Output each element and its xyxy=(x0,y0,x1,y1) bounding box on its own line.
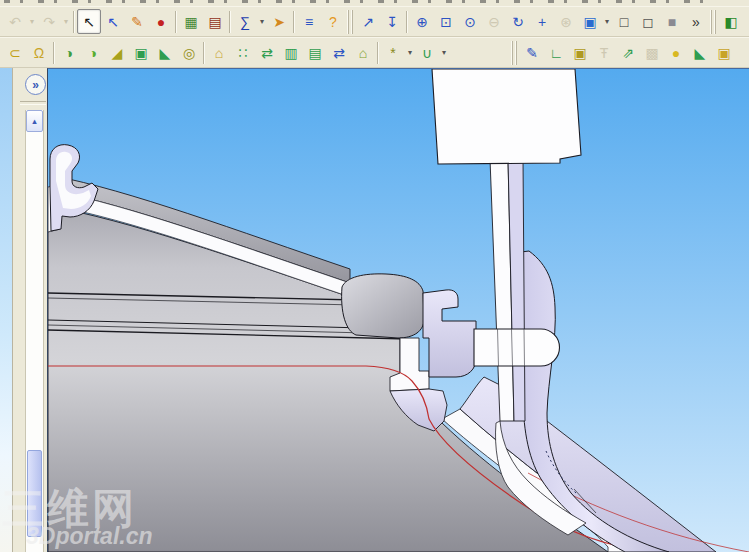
fly-zoom-icon: ↗ xyxy=(362,15,374,29)
mirror-icon[interactable]: ⇄ xyxy=(255,40,279,65)
zoom-scale-icon[interactable]: ⊙ xyxy=(458,9,482,34)
top-plate[interactable] xyxy=(432,69,581,164)
iso-view-icon[interactable]: ▣ xyxy=(578,9,602,34)
panel-scrollbar[interactable]: ▴ xyxy=(25,110,44,552)
shaded-view-icon[interactable]: ■ xyxy=(660,9,684,34)
panel-expand-button[interactable]: » xyxy=(25,74,46,95)
zoom-box-icon[interactable]: ⊡ xyxy=(434,9,458,34)
partial-edge-icon[interactable]: ◧ xyxy=(719,9,743,34)
text-disabled-icon[interactable]: Ŧ xyxy=(592,40,616,65)
sketch-curve-icon: ✎ xyxy=(131,15,143,29)
box-in-box-icon[interactable]: ▣ xyxy=(712,40,736,65)
clamp-partial-icon[interactable]: ⊂ xyxy=(3,40,27,65)
help-icon[interactable]: ? xyxy=(321,9,345,34)
boss-bell-icon[interactable]: Ω xyxy=(27,40,51,65)
cube-disabled-icon[interactable]: ▩ xyxy=(640,40,664,65)
sew-icon[interactable]: * xyxy=(381,40,405,65)
undo-icon[interactable]: ↶ xyxy=(3,9,27,34)
spline-icon[interactable]: ∪ xyxy=(415,40,439,65)
refresh-bird-icon: ➤ xyxy=(273,15,285,29)
wedge-icon[interactable]: ◣ xyxy=(153,40,177,65)
copy-panels-icon[interactable]: ▤ xyxy=(303,40,327,65)
toolbar-sep xyxy=(293,11,295,33)
cube-disabled-icon: ▩ xyxy=(645,46,658,60)
rim-dome xyxy=(342,274,424,338)
copy-panels-icon: ▤ xyxy=(308,46,321,60)
toolbar-sep xyxy=(229,11,231,33)
fly-zoom-icon[interactable]: ↗ xyxy=(356,9,380,34)
wedge-icon: ◣ xyxy=(160,46,171,60)
spline-dropdown[interactable]: ▾ xyxy=(439,41,449,64)
emboss-icon: ▣ xyxy=(134,46,147,60)
blob-icon: ● xyxy=(672,46,680,60)
emboss-icon[interactable]: ▣ xyxy=(129,40,153,65)
pan-view-icon[interactable]: + xyxy=(530,9,554,34)
sketch-3d-icon[interactable]: ✎ xyxy=(520,40,544,65)
orient-view-icon[interactable]: ↧ xyxy=(380,9,404,34)
offset-target-icon[interactable]: ◎ xyxy=(177,40,201,65)
sew-dropdown[interactable]: ▾ xyxy=(405,41,415,64)
main-area: » ▴ xyxy=(0,68,749,552)
redo-icon[interactable]: ↷ xyxy=(37,9,61,34)
pattern-icon[interactable]: ∷ xyxy=(231,40,255,65)
toolbar-grip xyxy=(347,10,354,34)
face-blend-icon[interactable]: ◑ xyxy=(81,40,105,65)
rotate-view-icon: ↻ xyxy=(512,15,524,29)
info-list-icon[interactable]: ≡ xyxy=(297,9,321,34)
text-disabled-icon: Ŧ xyxy=(600,46,609,60)
brick-texture-icon[interactable]: ▤ xyxy=(203,9,227,34)
toolbar-sep xyxy=(53,42,55,64)
sketch-curve-icon[interactable]: ✎ xyxy=(125,9,149,34)
shell-icon[interactable]: ⌂ xyxy=(207,40,231,65)
measure-dropdown[interactable]: ▾ xyxy=(257,10,267,33)
scroll-up-button[interactable]: ▴ xyxy=(26,110,43,132)
zoom-in-out-icon[interactable]: ⊕ xyxy=(410,9,434,34)
zoom-box-icon: ⊡ xyxy=(440,15,452,29)
color-palette-icon: ▦ xyxy=(184,15,197,29)
selection-filter-icon[interactable]: ↖ xyxy=(101,9,125,34)
toolbar-overflow-button: » xyxy=(692,15,700,29)
home-shell-icon[interactable]: ⌂ xyxy=(351,40,375,65)
toolbar-overflow-button[interactable]: » xyxy=(684,9,708,34)
swap-arrows-icon: ⇄ xyxy=(333,46,345,60)
refresh-bird-icon[interactable]: ➤ xyxy=(267,9,291,34)
resource-bar-panel: » ▴ xyxy=(0,68,47,552)
undo-dropdown[interactable]: ▾ xyxy=(27,10,37,33)
rim-step-block xyxy=(423,290,476,377)
group-panels-icon[interactable]: ▥ xyxy=(279,40,303,65)
zoom-disabled-icon[interactable]: ⊖ xyxy=(482,9,506,34)
chamfer-icon[interactable]: ◢ xyxy=(105,40,129,65)
traffic-light-icon[interactable]: ● xyxy=(149,9,173,34)
scroll-thumb[interactable] xyxy=(27,450,42,537)
toolbar-sep xyxy=(203,42,205,64)
toolbar-sep xyxy=(406,11,408,33)
offset-target-icon: ◎ xyxy=(183,46,195,60)
blob-icon[interactable]: ● xyxy=(664,40,688,65)
wireframe-view-icon[interactable]: □ xyxy=(612,9,636,34)
graphics-viewport[interactable] xyxy=(47,68,749,552)
boxed-point-icon[interactable]: ▣ xyxy=(568,40,592,65)
rotate-view-icon[interactable]: ↻ xyxy=(506,9,530,34)
edge-blend-icon[interactable]: ◑ xyxy=(57,40,81,65)
face-blend-icon: ◑ xyxy=(89,46,97,60)
toolbar-sep xyxy=(73,11,75,33)
view-style-dropdown[interactable]: ▾ xyxy=(602,10,612,33)
shaded-view-icon: ■ xyxy=(668,15,676,29)
extrude-icon[interactable]: ⇗ xyxy=(616,40,640,65)
draft-ramp-icon[interactable]: ◣ xyxy=(688,40,712,65)
swap-arrows-icon[interactable]: ⇄ xyxy=(327,40,351,65)
color-palette-icon[interactable]: ▦ xyxy=(179,9,203,34)
model-section-view[interactable] xyxy=(48,69,749,552)
info-list-icon: ≡ xyxy=(305,15,313,29)
latch-pin[interactable] xyxy=(474,329,560,366)
hidden-line-view-icon[interactable]: ◻ xyxy=(636,9,660,34)
zoom-in-out-icon: ⊕ xyxy=(416,15,428,29)
measure-icon[interactable]: ∑ xyxy=(233,9,257,34)
group-panels-icon: ▥ xyxy=(284,46,297,60)
datum-plane-icon[interactable]: ∟ xyxy=(544,40,568,65)
redo-dropdown[interactable]: ▾ xyxy=(61,10,71,33)
resource-bar-strip[interactable] xyxy=(0,68,13,552)
wireframe-view-icon: □ xyxy=(620,15,628,29)
magnifier-disabled-icon[interactable]: ⊛ xyxy=(554,9,578,34)
select-cursor-icon[interactable]: ↖ xyxy=(77,9,101,34)
